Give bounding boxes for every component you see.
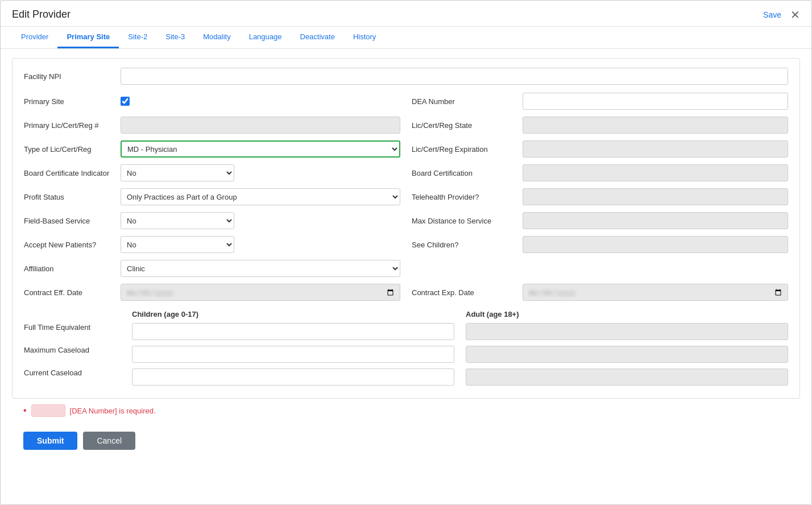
children-header: Children (age 0-17): [132, 310, 454, 318]
primary-site-checkbox[interactable]: [121, 97, 130, 106]
validation-area: • [DEA Number] is required.: [12, 399, 800, 426]
tab-language[interactable]: Language: [240, 27, 291, 48]
lic-exp-label: Lic/Cert/Reg Expiration: [412, 145, 517, 154]
see-children-field: See Children?: [412, 236, 788, 253]
accept-patients-select[interactable]: No Yes: [121, 236, 234, 253]
row-board: Board Certificate Indicator No Yes Board…: [24, 164, 788, 181]
see-children-input[interactable]: [523, 236, 788, 253]
primary-site-label: Primary Site: [24, 97, 115, 106]
board-cert-field: Board Certification: [412, 164, 788, 181]
caseload-headers: Children (age 0-17) Adult (age 18+): [24, 310, 788, 318]
contract-exp-input[interactable]: [523, 284, 788, 301]
contract-eff-field: Contract Eff. Date: [24, 284, 400, 301]
form-section: Facility NPI Primary Site DEA Number: [12, 58, 800, 399]
edit-provider-modal: Edit Provider Save ✕ Provider Primary Si…: [0, 0, 812, 505]
primary-lic-field: Primary Lic/Cert/Reg #: [24, 117, 400, 134]
dea-number-label: DEA Number: [412, 97, 517, 106]
tab-primary-site[interactable]: Primary Site: [57, 27, 119, 48]
max-caseload-row: Maximum Caseload: [24, 346, 788, 363]
full-time-row: Full Time Equivalent: [24, 323, 788, 340]
header-actions: Save ✕: [763, 9, 800, 20]
contract-eff-input[interactable]: [121, 284, 400, 301]
lic-exp-input[interactable]: [523, 140, 788, 158]
contract-eff-label: Contract Eff. Date: [24, 288, 115, 297]
close-button[interactable]: ✕: [790, 9, 800, 20]
dea-error-badge: [31, 404, 65, 417]
type-lic-field: Type of Lic/Cert/Reg MD - Physician DO -…: [24, 140, 400, 158]
telehealth-input[interactable]: [523, 188, 788, 205]
modal-title: Edit Provider: [12, 9, 71, 20]
dea-number-field: DEA Number: [412, 93, 788, 110]
save-button[interactable]: Save: [763, 10, 781, 19]
max-caseload-label: Maximum Caseload: [24, 346, 121, 363]
lic-state-field: Lic/Cert/Reg State: [412, 117, 788, 134]
row-patients-children: Accept New Patients? No Yes See Children…: [24, 236, 788, 253]
accept-patients-field: Accept New Patients? No Yes: [24, 236, 400, 253]
affiliation-right-spacer: [412, 260, 788, 277]
current-caseload-label: Current Caseload: [24, 369, 121, 386]
max-distance-field: Max Distance to Service: [412, 212, 788, 229]
tab-bar: Provider Primary Site Site-2 Site-3 Moda…: [1, 27, 811, 49]
max-caseload-children-input[interactable]: [132, 346, 454, 363]
row-type-expiration: Type of Lic/Cert/Reg MD - Physician DO -…: [24, 140, 788, 158]
primary-lic-input[interactable]: [121, 117, 400, 134]
board-indicator-select[interactable]: No Yes: [121, 164, 234, 181]
adult-header: Adult (age 18+): [466, 310, 788, 318]
max-distance-label: Max Distance to Service: [412, 217, 517, 225]
row-contract-dates: Contract Eff. Date Contract Exp. Date: [24, 284, 788, 301]
footer-buttons: Submit Cancel: [12, 426, 800, 461]
profit-status-field: Profit Status Only Practices as Part of …: [24, 188, 400, 205]
dea-number-input[interactable]: [523, 93, 788, 110]
cancel-button[interactable]: Cancel: [83, 432, 135, 450]
lic-state-label: Lic/Cert/Reg State: [412, 121, 517, 130]
row-primary-site-dea: Primary Site DEA Number: [24, 93, 788, 110]
bullet-icon: •: [23, 405, 27, 416]
submit-button[interactable]: Submit: [23, 432, 77, 450]
tab-site-3[interactable]: Site-3: [156, 27, 194, 48]
row-lic-state: Primary Lic/Cert/Reg # Lic/Cert/Reg Stat…: [24, 117, 788, 134]
full-time-children-input[interactable]: [132, 323, 454, 340]
profit-status-select[interactable]: Only Practices as Part of a Group Solo P…: [121, 188, 400, 205]
max-caseload-adult-input[interactable]: [466, 346, 788, 363]
board-indicator-label: Board Certificate Indicator: [24, 169, 115, 177]
row-affiliation: Affiliation Clinic Hospital Private Prac…: [24, 260, 788, 277]
facility-npi-row: Facility NPI: [24, 68, 788, 85]
dea-error-text: [DEA Number] is required.: [70, 407, 156, 415]
profit-status-label: Profit Status: [24, 193, 115, 201]
full-time-adult-input[interactable]: [466, 323, 788, 340]
modal-header: Edit Provider Save ✕: [1, 1, 811, 27]
tab-deactivate[interactable]: Deactivate: [291, 27, 344, 48]
primary-lic-label: Primary Lic/Cert/Reg #: [24, 121, 115, 130]
field-based-label: Field-Based Service: [24, 217, 115, 225]
type-lic-label: Type of Lic/Cert/Reg: [24, 145, 115, 154]
facility-npi-select[interactable]: [121, 68, 788, 85]
see-children-label: See Children?: [412, 241, 517, 249]
affiliation-field: Affiliation Clinic Hospital Private Prac…: [24, 260, 400, 277]
tab-modality[interactable]: Modality: [194, 27, 239, 48]
board-indicator-field: Board Certificate Indicator No Yes: [24, 164, 400, 181]
full-time-label: Full Time Equivalent: [24, 323, 121, 340]
max-distance-input[interactable]: [523, 212, 788, 229]
tab-site-2[interactable]: Site-2: [119, 27, 156, 48]
telehealth-field: Telehealth Provider?: [412, 188, 788, 205]
field-based-field: Field-Based Service No Yes: [24, 212, 400, 229]
lic-state-input[interactable]: [523, 117, 788, 134]
tab-provider[interactable]: Provider: [12, 27, 57, 48]
current-caseload-children-input[interactable]: [132, 369, 454, 386]
type-lic-select[interactable]: MD - Physician DO - Doctor of Osteopathy…: [121, 140, 400, 158]
board-cert-label: Board Certification: [412, 169, 517, 177]
affiliation-label: Affiliation: [24, 264, 115, 273]
accept-patients-label: Accept New Patients?: [24, 241, 115, 249]
telehealth-label: Telehealth Provider?: [412, 193, 517, 201]
field-based-select[interactable]: No Yes: [121, 212, 234, 229]
current-caseload-row: Current Caseload: [24, 369, 788, 386]
form-content: Facility NPI Primary Site DEA Number: [1, 49, 811, 470]
primary-site-field: Primary Site: [24, 93, 400, 110]
affiliation-select[interactable]: Clinic Hospital Private Practice: [121, 260, 400, 277]
row-field-distance: Field-Based Service No Yes Max Distance …: [24, 212, 788, 229]
board-cert-input[interactable]: [523, 164, 788, 181]
tab-history[interactable]: History: [344, 27, 385, 48]
lic-exp-field: Lic/Cert/Reg Expiration: [412, 140, 788, 158]
validation-item-dea: • [DEA Number] is required.: [23, 404, 789, 417]
current-caseload-adult-input[interactable]: [466, 369, 788, 386]
